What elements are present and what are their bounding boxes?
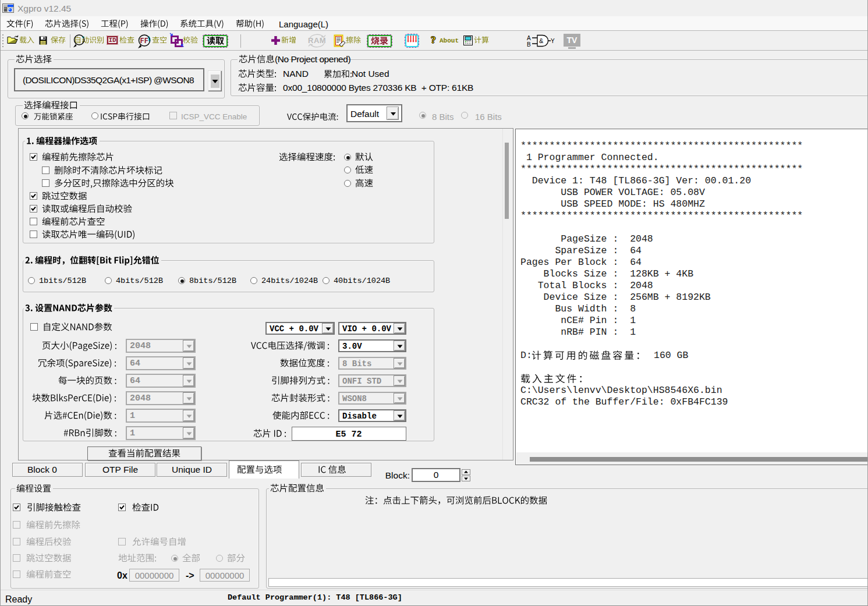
svg-text:A: A — [527, 35, 531, 41]
svg-text:&: & — [539, 37, 544, 44]
svg-text:Y: Y — [551, 38, 555, 44]
svg-text:B: B — [527, 41, 531, 48]
svg-text:FF: FF — [140, 37, 148, 45]
